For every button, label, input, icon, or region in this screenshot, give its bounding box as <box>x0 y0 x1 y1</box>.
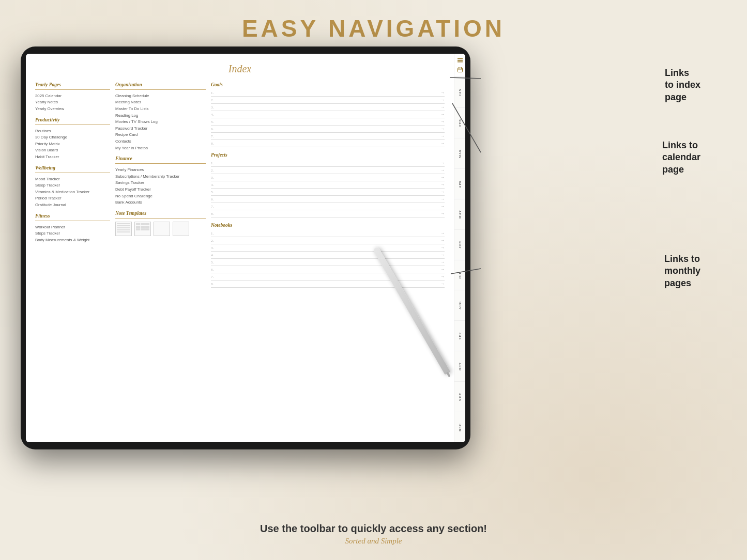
bottom-section: Use the toolbar to quickly access any se… <box>0 523 747 546</box>
nav-item[interactable]: Vitamins & Medication Tracker <box>35 189 110 195</box>
list-row[interactable]: 3.→ <box>211 104 445 111</box>
annotation-links-monthly: Links to monthly pages <box>664 253 700 289</box>
organization-header: Organization <box>115 82 206 87</box>
month-tab-may[interactable]: MAY <box>454 199 465 229</box>
nav-item[interactable]: Mood Tracker <box>35 176 110 182</box>
nav-item[interactable]: Yearly Overview <box>35 105 110 112</box>
svg-rect-1 <box>458 60 463 61</box>
nav-item[interactable]: Master To Do Lists <box>115 105 206 112</box>
template-grid-box <box>134 222 151 236</box>
note-templates <box>115 222 206 236</box>
list-row[interactable]: 1.→ <box>211 230 445 237</box>
nav-item[interactable]: Bank Accounts <box>115 199 206 206</box>
month-tab-feb[interactable]: FEB <box>454 107 465 138</box>
month-tab-jun[interactable]: JUN <box>454 229 465 260</box>
list-row[interactable]: 6.→ <box>211 196 445 203</box>
nav-item[interactable]: Period Tracker <box>35 195 110 202</box>
list-row[interactable]: 4.→ <box>211 252 445 259</box>
list-row[interactable]: 1.→ <box>211 89 445 97</box>
finance-header: Finance <box>115 156 206 161</box>
nav-item[interactable]: Steps Tracker <box>35 230 110 237</box>
note-templates-header: Note Templates <box>115 211 206 216</box>
wellbeing-header: Wellbeing <box>35 165 110 170</box>
goals-header: Goals <box>211 82 445 87</box>
nav-item[interactable]: 2025 Calendar <box>35 92 110 99</box>
projects-header: Projects <box>211 152 445 158</box>
middle-column: Organization Cleaning Schedule Meeting N… <box>115 82 206 288</box>
list-row[interactable]: 5.→ <box>211 118 445 126</box>
sidebar-icons <box>454 54 465 77</box>
nav-item[interactable]: Savings Tracker <box>115 180 206 186</box>
nav-item[interactable]: Workout Planner <box>35 224 110 230</box>
nav-item[interactable]: Gratitude Journal <box>35 201 110 208</box>
nav-item[interactable]: Routines <box>35 128 110 134</box>
calendar-icon[interactable] <box>456 66 464 73</box>
nav-item[interactable]: Sleep Tracker <box>35 182 110 189</box>
nav-item[interactable]: Meeting Notes <box>115 99 206 106</box>
svg-rect-4 <box>459 67 460 69</box>
list-row[interactable]: 7.→ <box>211 133 445 140</box>
nav-item[interactable]: Contacts <box>115 138 206 145</box>
nav-item[interactable]: Vision Board <box>35 147 110 154</box>
month-tab-aug[interactable]: AUG <box>454 290 465 320</box>
list-row[interactable]: 6.→ <box>211 266 445 273</box>
month-tab-apr[interactable]: APR <box>454 168 465 199</box>
list-row[interactable]: 1.→ <box>211 160 445 167</box>
list-row[interactable]: 8.→ <box>211 140 445 147</box>
nav-item[interactable]: Password Tracker <box>115 125 206 132</box>
month-tab-nov[interactable]: NOV <box>454 381 465 412</box>
list-row[interactable]: 5.→ <box>211 189 445 196</box>
list-row[interactable]: 6.→ <box>211 126 445 133</box>
template-lines-box <box>115 222 132 236</box>
list-row[interactable]: 4.→ <box>211 181 445 189</box>
nav-item[interactable]: My Year in Photos <box>115 145 206 151</box>
nav-item[interactable]: No Spend Challenge <box>115 193 206 199</box>
index-title: Index <box>35 63 445 75</box>
list-row[interactable]: 7.→ <box>211 273 445 281</box>
svg-rect-2 <box>458 61 463 63</box>
nav-item[interactable]: Yearly Finances <box>115 166 206 173</box>
yearly-pages-header: Yearly Pages <box>35 82 110 87</box>
brand-text: Sorted and Simple <box>0 537 747 546</box>
month-tab-dec[interactable]: DEC <box>454 412 465 442</box>
nav-item[interactable]: Body Measurements & Weight <box>35 237 110 243</box>
month-tab-jul[interactable]: JUL <box>454 260 465 290</box>
list-row[interactable]: 2.→ <box>211 97 445 104</box>
month-tab-sep[interactable]: SEP <box>454 320 465 351</box>
nav-item[interactable]: Yearly Notes <box>35 99 110 106</box>
list-row[interactable]: 3.→ <box>211 244 445 252</box>
nav-item[interactable]: Priority Matrix <box>35 141 110 147</box>
nav-item[interactable]: Movies / TV Shows Log <box>115 118 206 125</box>
list-row[interactable]: 2.→ <box>211 237 445 244</box>
content-area: Index Yearly Pages 2025 Calendar Yearly … <box>26 54 454 442</box>
nav-item[interactable]: Debt Payoff Tracker <box>115 186 206 193</box>
annotation-links-calendar: Links to calendar page <box>662 139 700 176</box>
fitness-header: Fitness <box>35 213 110 219</box>
svg-rect-5 <box>461 67 462 69</box>
nav-item[interactable]: Reading Log <box>115 112 206 119</box>
bottom-main-text: Use the toolbar to quickly access any se… <box>0 523 747 535</box>
nav-item[interactable]: Habit Tracker <box>35 153 110 160</box>
nav-item[interactable]: 30 Day Challenge <box>35 134 110 141</box>
month-tab-jan[interactable]: JAN <box>454 77 465 107</box>
nav-item[interactable]: Cleaning Schedule <box>115 92 206 99</box>
list-row[interactable]: 7.→ <box>211 203 445 210</box>
productivity-header: Productivity <box>35 117 110 122</box>
svg-rect-3 <box>458 68 462 72</box>
menu-icon[interactable] <box>456 57 464 64</box>
nav-item[interactable]: Recipe Card <box>115 132 206 138</box>
annotation-links-index: Links to index page <box>665 67 700 103</box>
notebooks-header: Notebooks <box>211 223 445 228</box>
list-row[interactable]: 5.→ <box>211 259 445 266</box>
list-row[interactable]: 8.→ <box>211 210 445 217</box>
nav-item[interactable]: Subscriptions / Membership Tracker <box>115 173 206 180</box>
month-tab-mar[interactable]: MAR <box>454 138 465 168</box>
list-row[interactable]: 8.→ <box>211 281 445 288</box>
left-column: Yearly Pages 2025 Calendar Yearly Notes … <box>35 82 110 288</box>
month-tabs: JAN FEB MAR APR MAY JUN JUL AUG SEP OCT … <box>454 77 465 442</box>
template-alt-box <box>173 222 189 236</box>
list-row[interactable]: 4.→ <box>211 111 445 118</box>
list-row[interactable]: 2.→ <box>211 167 445 174</box>
month-tab-oct[interactable]: OCT <box>454 351 465 381</box>
list-row[interactable]: 3.→ <box>211 174 445 181</box>
